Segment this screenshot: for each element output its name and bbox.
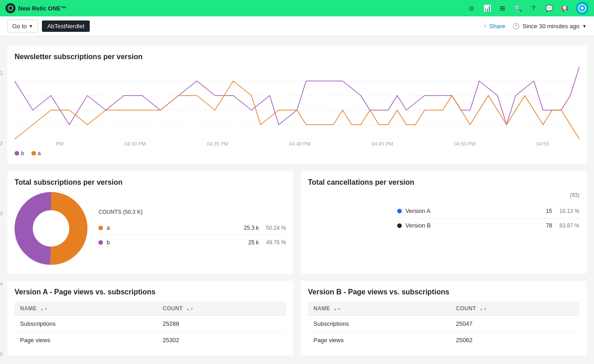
nerdlet-badge: AbTestNerdlet xyxy=(42,20,90,32)
share-button[interactable]: ↑ Share xyxy=(484,23,505,30)
subscriptions-legend: COUNTS (50.3 K) a 25.3 k 50.24 % xyxy=(98,209,286,249)
logo[interactable]: New Relic ONE™ xyxy=(5,3,67,13)
two-column-section: Total subscriptions per version COUNTS xyxy=(7,171,587,273)
table-row: Subscriptions 25047 xyxy=(308,316,579,332)
legend-row-b: b 25 k 49.76 % xyxy=(98,235,286,249)
x-axis-labels: PM 04:30 PM 04:35 PM 04:40 PM 04:45 PM 0… xyxy=(15,141,579,147)
top-nav: New Relic ONE™ ⊙ 📊 ⊞ 🔍 ? 💬 📢 xyxy=(0,0,594,16)
entity-search-icon[interactable]: ⊙ xyxy=(467,4,476,12)
col-name-header-a[interactable]: NAME ▲▼ xyxy=(15,302,157,316)
col-name-header-b[interactable]: NAME ▲▼ xyxy=(308,302,451,316)
table-row: Page views 25302 xyxy=(15,332,286,349)
total-cancellations-panel: Total cancellations per version (93) Ver… xyxy=(301,171,587,273)
charts-icon[interactable]: 📊 xyxy=(483,4,491,12)
total-cancellations-title: Total cancellations per version xyxy=(308,178,579,187)
share-icon: ↑ xyxy=(484,23,487,30)
legend-row-a: a 25.3 k 50.24 % xyxy=(98,221,286,235)
sort-icon-count-b[interactable]: ▲▼ xyxy=(480,307,487,311)
legend-dot-a xyxy=(31,151,36,156)
y-axis-labels: 5 4 3 2 1 0 xyxy=(0,0,11,364)
logo-text: New Relic ONE™ xyxy=(18,5,67,12)
newsletter-chart-title: Newsletter subscriptions per version xyxy=(15,53,579,61)
legend-values-b: 25 k 49.76 % xyxy=(248,239,286,246)
cancellation-row-b: Version B 78 83.87 % xyxy=(397,218,579,233)
donut-section: COUNTS (50.3 K) a 25.3 k 50.24 % xyxy=(15,192,286,266)
sort-icon-count-a[interactable]: ▲▼ xyxy=(186,307,194,311)
clock-icon: 🕐 xyxy=(512,23,520,30)
cancellation-row-a: Version A 15 16.13 % xyxy=(397,204,579,218)
col-count-header-b[interactable]: COUNT ▲▼ xyxy=(451,302,579,316)
user-avatar[interactable] xyxy=(576,2,589,15)
legend-values-a: 25.3 k 50.24 % xyxy=(244,225,286,231)
counts-label: COUNTS (50.3 K) xyxy=(98,209,286,215)
line-chart-svg xyxy=(15,66,579,139)
version-b-title: Version B - Page views vs. subscriptions xyxy=(308,288,579,296)
table-row: Page views 25062 xyxy=(308,332,579,349)
legend-dot-b xyxy=(15,151,19,156)
goto-button[interactable]: Go to ▼ xyxy=(7,20,38,33)
dot-version-b xyxy=(397,223,402,228)
donut-chart-wrapper xyxy=(15,192,87,266)
newsletter-chart-panel: Newsletter subscriptions per version 5 4… xyxy=(7,46,587,164)
svg-point-4 xyxy=(581,7,584,10)
help-icon[interactable]: ? xyxy=(529,4,538,12)
chevron-down-icon: ▼ xyxy=(29,24,33,29)
sort-icon-name-b[interactable]: ▲▼ xyxy=(333,307,341,311)
cancellations-legend: (93) Version A 15 16.13 % Version B xyxy=(397,192,579,233)
version-b-panel: Version B - Page views vs. subscriptions… xyxy=(301,281,587,355)
feedback-icon[interactable]: 💬 xyxy=(545,4,553,12)
dot-b xyxy=(98,240,103,245)
table-row: Subscriptions 25288 xyxy=(15,316,286,332)
sort-icon-name-a[interactable]: ▲▼ xyxy=(40,307,47,311)
total-subscriptions-title: Total subscriptions per version xyxy=(15,178,286,187)
search-icon[interactable]: 🔍 xyxy=(514,4,522,12)
donut-chart-svg xyxy=(15,192,87,265)
breadcrumb-bar: Go to ▼ AbTestNerdlet ↑ Share 🕐 Since 30… xyxy=(0,16,594,36)
total-93-label: (93) xyxy=(397,192,579,198)
cancellation-values-b: 78 83.87 % xyxy=(546,222,579,229)
svg-point-13 xyxy=(34,211,68,246)
version-a-panel: Version A - Page views vs. subscriptions… xyxy=(7,281,293,355)
legend-item-b: b xyxy=(15,150,24,157)
col-count-header-a[interactable]: COUNT ▲▼ xyxy=(157,302,286,316)
chart-legend: b a xyxy=(15,150,579,157)
chevron-down-icon: ▼ xyxy=(582,24,587,29)
total-subscriptions-panel: Total subscriptions per version COUNTS xyxy=(7,171,293,273)
dot-a xyxy=(98,226,103,230)
time-picker-button[interactable]: 🕐 Since 30 minutes ago ▼ xyxy=(512,23,587,30)
line-chart-svg-wrapper xyxy=(15,66,579,139)
bottom-tables-section: Version A - Page views vs. subscriptions… xyxy=(7,281,587,355)
apps-icon[interactable]: ⊞ xyxy=(498,4,507,12)
version-a-title: Version A - Page views vs. subscriptions xyxy=(15,288,286,296)
main-content: Newsletter subscriptions per version 5 4… xyxy=(0,36,594,364)
dot-version-a xyxy=(397,209,402,213)
legend-item-a: a xyxy=(31,150,41,157)
version-a-table: NAME ▲▼ COUNT ▲▼ Subscriptions 25288 xyxy=(15,302,286,348)
notifications-icon[interactable]: 📢 xyxy=(560,4,568,12)
cancellation-values-a: 15 16.13 % xyxy=(546,208,579,214)
version-b-table: NAME ▲▼ COUNT ▲▼ Subscriptions 25047 xyxy=(308,302,579,348)
